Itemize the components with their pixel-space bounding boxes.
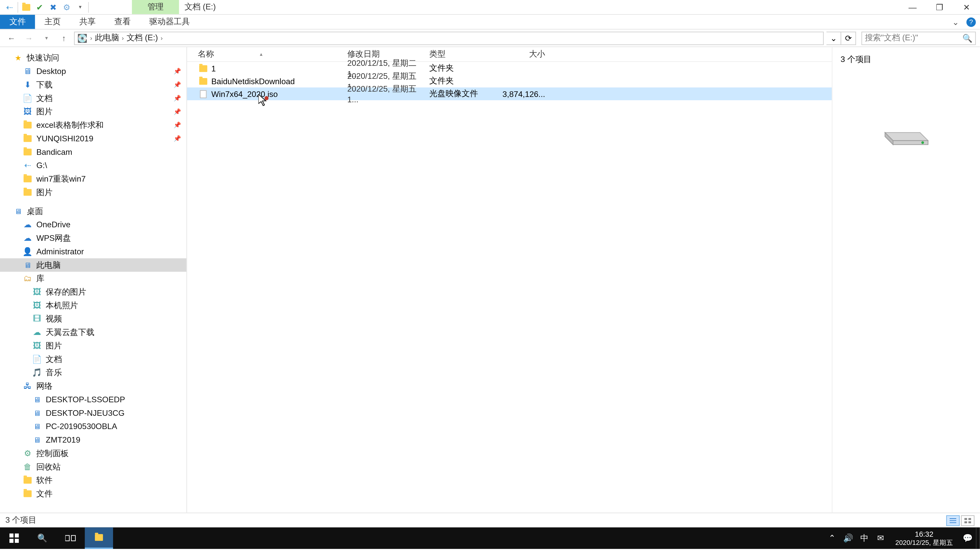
qat-folder-icon[interactable] (19, 0, 33, 14)
nav-lib-item[interactable]: 🖼保存的图片 (0, 285, 186, 299)
tab-home[interactable]: 主页 (35, 15, 70, 29)
nav-history-icon[interactable]: ▾ (39, 30, 54, 45)
col-type[interactable]: 类型 (429, 48, 498, 60)
maximize-button[interactable]: ❐ (926, 0, 953, 14)
col-size[interactable]: 大小 (498, 48, 545, 60)
file-type: 光盘映像文件 (429, 88, 498, 100)
chevron-right-icon[interactable]: › (161, 35, 162, 41)
show-desktop-button[interactable] (976, 527, 980, 549)
tab-file[interactable]: 文件 (0, 15, 35, 29)
search-icon[interactable]: 🔍 (963, 33, 973, 43)
nav-lib-item[interactable]: 🎞视频 (0, 312, 186, 326)
nav-libraries[interactable]: 🗂库 (0, 272, 186, 285)
nav-item[interactable]: ⚙控制面板 (0, 447, 186, 460)
library-icon: 🗂 (23, 274, 32, 283)
tab-view[interactable]: 查看 (105, 15, 140, 29)
breadcrumb[interactable]: 此电脑 (95, 32, 119, 44)
search-icon: 🔍 (37, 534, 48, 543)
nav-quick-item[interactable]: 🖥Desktop📌 (0, 65, 186, 78)
minimize-button[interactable]: — (899, 0, 926, 14)
doc-icon: 📄 (23, 94, 32, 103)
task-view-button[interactable] (57, 527, 85, 549)
nav-quick-item[interactable]: ⬇下载📌 (0, 78, 186, 92)
picture-icon: 🖼 (32, 287, 42, 297)
tray-overflow-icon[interactable]: ⌃ (824, 534, 840, 543)
address-row: ← → ▾ ↑ 💽 › 此电脑 › 文档 (E:) › ⌄ ⟳ 搜索"文档 (E… (0, 30, 980, 47)
folder-icon (23, 148, 32, 157)
nav-quick-item[interactable]: 🖼图片📌 (0, 105, 186, 118)
nav-network-item[interactable]: 🖥DESKTOP-LSSOEDP (0, 393, 186, 407)
tab-drive-tools[interactable]: 驱动器工具 (140, 15, 199, 29)
nav-forward-button[interactable]: → (21, 30, 36, 45)
folder-icon (23, 174, 32, 184)
search-input[interactable]: 搜索"文档 (E:)" 🔍 (861, 32, 976, 45)
nav-quick-access[interactable]: ★快速访问 (0, 51, 186, 65)
nav-lib-item[interactable]: 🖼本机照片 (0, 299, 186, 312)
nav-quick-item[interactable]: win7重装win7 (0, 172, 186, 186)
recycle-icon: 🗑 (23, 462, 32, 472)
nav-quick-item[interactable]: 📄文档📌 (0, 92, 186, 105)
start-button[interactable] (0, 527, 28, 549)
nav-lib-item[interactable]: ☁天翼云盘下载 (0, 326, 186, 339)
nav-up-button[interactable]: ↑ (57, 30, 72, 45)
clock[interactable]: 16:32 2020/12/25, 星期五 (889, 530, 959, 546)
search-button[interactable]: 🔍 (28, 527, 57, 549)
nav-item[interactable]: ☁WPS网盘 (0, 231, 186, 245)
drive-preview-icon (879, 112, 933, 148)
qat-check-icon[interactable]: ✔ (33, 0, 46, 14)
nav-network-item[interactable]: 🖥ZMT2019 (0, 433, 186, 447)
address-dropdown-button[interactable]: ⌄ (826, 32, 841, 45)
close-button[interactable]: ✕ (953, 0, 980, 14)
status-bar: 3 个项目 (0, 513, 980, 527)
view-icons-button[interactable] (961, 515, 975, 526)
svg-rect-15 (65, 535, 69, 541)
qat-gear-icon[interactable]: ⚙ (60, 0, 73, 14)
nav-quick-item[interactable]: Bandicam (0, 145, 186, 159)
nav-network-item[interactable]: 🖥PC-20190530OBLA (0, 420, 186, 433)
nav-quick-item[interactable]: excel表格制作求和📌 (0, 118, 186, 132)
list-item[interactable]: BaiduNetdiskDownload 2020/12/25, 星期五 1..… (187, 75, 832, 87)
list-item[interactable]: Win7x64_2020.iso 2020/12/25, 星期五 1... 光盘… (187, 87, 832, 100)
nav-back-button[interactable]: ← (4, 30, 19, 45)
nav-item[interactable]: 文件 (0, 487, 186, 500)
tray-app-icon[interactable]: ✉ (873, 534, 889, 543)
chevron-right-icon[interactable]: › (90, 35, 92, 41)
nav-item[interactable]: 👤Administrator (0, 245, 186, 259)
col-name[interactable]: 名称▴ (198, 48, 347, 60)
nav-item[interactable]: 🗑回收站 (0, 460, 186, 474)
help-icon[interactable]: ? (966, 17, 976, 27)
nav-quick-item[interactable]: ⇠G:\ (0, 159, 186, 172)
doc-icon: 📄 (32, 354, 42, 364)
view-details-button[interactable] (946, 515, 960, 526)
action-center-icon[interactable]: 💬 (959, 534, 976, 543)
chevron-right-icon[interactable]: › (122, 35, 124, 41)
breadcrumb[interactable]: 文档 (E:) (127, 32, 158, 44)
nav-item[interactable]: 软件 (0, 473, 186, 487)
file-type: 文件夹 (429, 62, 498, 74)
svg-rect-14 (15, 539, 19, 543)
nav-lib-item[interactable]: 🎵音乐 (0, 366, 186, 380)
nav-network[interactable]: 🖧网络 (0, 380, 186, 393)
nav-this-pc[interactable]: 🖥此电脑 (0, 259, 186, 272)
ribbon-expand-icon[interactable]: ⌄ (950, 17, 961, 27)
qat-icon[interactable]: ⇠ (3, 0, 16, 14)
address-bar[interactable]: 💽 › 此电脑 › 文档 (E:) › (74, 32, 824, 45)
taskbar-app-explorer[interactable] (85, 527, 113, 549)
iso-file-icon (198, 90, 208, 98)
nav-lib-item[interactable]: 🖼图片 (0, 339, 186, 353)
refresh-button[interactable]: ⟳ (841, 32, 856, 45)
nav-quick-item[interactable]: YUNQISHI2019📌 (0, 132, 186, 145)
folder-icon (198, 78, 208, 84)
nav-quick-item[interactable]: 图片 (0, 186, 186, 199)
qat-close-icon[interactable]: ✖ (46, 0, 60, 14)
list-item[interactable]: 1 2020/12/15, 星期二 1... 文件夹 (187, 62, 832, 75)
nav-desktop[interactable]: 🖥桌面 (0, 205, 186, 218)
qat-dropdown-icon[interactable]: ▾ (73, 0, 87, 14)
nav-lib-item[interactable]: 📄文档 (0, 353, 186, 366)
tab-share[interactable]: 共享 (70, 15, 105, 29)
volume-icon[interactable]: 🔊 (840, 534, 856, 543)
nav-item[interactable]: ☁OneDrive (0, 218, 186, 231)
nav-network-item[interactable]: 🖥DESKTOP-NJEU3CG (0, 407, 186, 420)
ribbon-context-tab[interactable]: 管理 (132, 0, 179, 14)
ime-icon[interactable]: 中 (856, 532, 872, 544)
